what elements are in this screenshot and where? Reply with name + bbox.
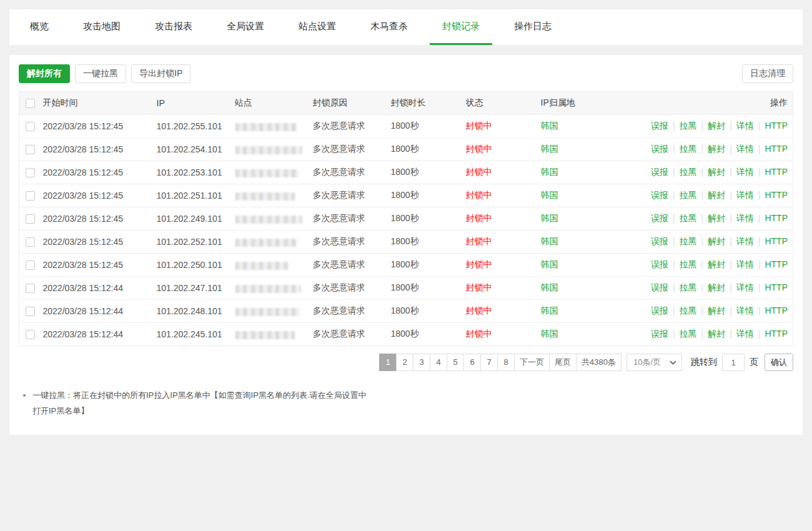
- http-link[interactable]: HTTP: [765, 329, 788, 339]
- misreport-link[interactable]: 误报: [651, 329, 668, 339]
- page-button-7[interactable]: 7: [480, 354, 498, 371]
- unblock-link[interactable]: 解封: [708, 282, 725, 292]
- http-link[interactable]: HTTP: [765, 144, 788, 154]
- http-link[interactable]: HTTP: [765, 305, 788, 315]
- row-checkbox[interactable]: [26, 168, 35, 177]
- row-checkbox[interactable]: [26, 261, 35, 270]
- misreport-link[interactable]: 误报: [651, 167, 668, 177]
- tab-站点设置[interactable]: 站点设置: [286, 9, 349, 45]
- http-link[interactable]: HTTP: [765, 121, 788, 131]
- select-all-checkbox[interactable]: [26, 99, 35, 108]
- ip-cell: 101.202.254.101: [157, 138, 235, 161]
- row-checkbox[interactable]: [26, 330, 35, 339]
- details-link[interactable]: 详情: [736, 305, 754, 315]
- row-checkbox[interactable]: [26, 237, 35, 247]
- details-link[interactable]: 详情: [736, 167, 754, 177]
- unblock-link[interactable]: 解封: [708, 190, 725, 200]
- tab-概览[interactable]: 概览: [17, 9, 61, 45]
- row-checkbox[interactable]: [26, 307, 35, 316]
- page-size-select[interactable]: 10条/页: [626, 354, 682, 371]
- misreport-link[interactable]: 误报: [651, 305, 668, 315]
- misreport-link[interactable]: 误报: [651, 190, 668, 200]
- blacklist-link[interactable]: 拉黑: [680, 236, 697, 246]
- unblock-link[interactable]: 解封: [708, 329, 725, 339]
- tab-攻击地图[interactable]: 攻击地图: [71, 9, 133, 45]
- row-checkbox[interactable]: [26, 122, 35, 131]
- tab-全局设置[interactable]: 全局设置: [214, 9, 277, 45]
- next-page-button[interactable]: 下一页: [514, 354, 550, 371]
- http-link[interactable]: HTTP: [765, 213, 788, 223]
- details-link[interactable]: 详情: [736, 144, 754, 154]
- unblock-link[interactable]: 解封: [708, 167, 725, 177]
- unblock-link[interactable]: 解封: [708, 305, 725, 315]
- chevron-down-icon: [670, 360, 676, 365]
- misreport-link[interactable]: 误报: [651, 236, 668, 246]
- unblock-link[interactable]: 解封: [708, 259, 725, 269]
- page-button-5[interactable]: 5: [447, 354, 464, 371]
- unblock-all-button[interactable]: 解封所有: [19, 64, 70, 83]
- page-button-8[interactable]: 8: [497, 354, 515, 371]
- http-link[interactable]: HTTP: [765, 167, 788, 177]
- site-cell: [235, 161, 313, 184]
- unblock-link[interactable]: 解封: [708, 121, 725, 131]
- unblock-link[interactable]: 解封: [708, 236, 725, 246]
- tab-操作日志[interactable]: 操作日志: [502, 9, 564, 45]
- blacklist-link[interactable]: 拉黑: [680, 121, 697, 131]
- ip-cell: 101.202.248.101: [157, 300, 235, 323]
- page-button-4[interactable]: 4: [430, 354, 447, 371]
- page-button-2[interactable]: 2: [396, 354, 413, 371]
- blacklist-link[interactable]: 拉黑: [680, 213, 697, 223]
- blacklist-link[interactable]: 拉黑: [680, 282, 697, 292]
- misreport-link[interactable]: 误报: [651, 121, 668, 131]
- block-reason-cell: 多次恶意请求: [313, 231, 391, 254]
- tab-攻击报表[interactable]: 攻击报表: [142, 9, 205, 45]
- block-reason-cell: 多次恶意请求: [313, 277, 391, 300]
- unblock-link[interactable]: 解封: [708, 213, 725, 223]
- column-header: 开始时间: [43, 92, 157, 115]
- details-link[interactable]: 详情: [736, 121, 754, 131]
- misreport-link[interactable]: 误报: [651, 213, 668, 223]
- page-button-3[interactable]: 3: [413, 354, 430, 371]
- http-link[interactable]: HTTP: [765, 190, 788, 200]
- last-page-button[interactable]: 尾页: [549, 354, 577, 371]
- http-link[interactable]: HTTP: [765, 259, 788, 269]
- page-button-1[interactable]: 1: [379, 354, 397, 371]
- http-link[interactable]: HTTP: [765, 282, 788, 292]
- blacklist-link[interactable]: 拉黑: [680, 305, 697, 315]
- details-link[interactable]: 详情: [736, 329, 754, 339]
- blacklist-link[interactable]: 拉黑: [680, 167, 697, 177]
- row-checkbox[interactable]: [26, 284, 35, 293]
- log-clean-button[interactable]: 日志清理: [742, 64, 793, 83]
- tab-封锁记录[interactable]: 封锁记录: [430, 9, 492, 45]
- details-link[interactable]: 详情: [736, 190, 754, 200]
- misreport-link[interactable]: 误报: [651, 259, 668, 269]
- details-link[interactable]: 详情: [736, 259, 754, 269]
- http-link[interactable]: HTTP: [765, 236, 788, 246]
- ip-cell: 101.202.247.101: [157, 277, 235, 300]
- jump-page-input[interactable]: [722, 354, 745, 371]
- status-cell: 封锁中: [466, 300, 541, 323]
- action-separator: |: [758, 213, 761, 223]
- details-link[interactable]: 详情: [736, 282, 754, 292]
- site-blurred-mask: [235, 169, 299, 177]
- misreport-link[interactable]: 误报: [651, 282, 668, 292]
- details-link[interactable]: 详情: [736, 213, 754, 223]
- actions-cell: 误报|拉黑|解封|详情|HTTP: [647, 207, 793, 231]
- top-tab-bar: 概览攻击地图攻击报表全局设置站点设置木马查杀封锁记录操作日志: [9, 9, 803, 45]
- row-checkbox[interactable]: [26, 145, 35, 154]
- misreport-link[interactable]: 误报: [651, 144, 668, 154]
- blacklist-link[interactable]: 拉黑: [680, 190, 697, 200]
- page-button-6[interactable]: 6: [463, 354, 481, 371]
- confirm-button[interactable]: 确认: [765, 354, 793, 371]
- unblock-link[interactable]: 解封: [708, 144, 725, 154]
- table-row: 2022/03/28 15:12:45101.202.254.101多次恶意请求…: [19, 138, 793, 161]
- tab-木马查杀[interactable]: 木马查杀: [358, 9, 420, 45]
- blacklist-all-button[interactable]: 一键拉黑: [75, 64, 126, 83]
- details-link[interactable]: 详情: [736, 236, 754, 246]
- row-checkbox[interactable]: [26, 191, 35, 201]
- export-blocked-ip-button[interactable]: 导出封锁IP: [131, 64, 191, 83]
- blacklist-link[interactable]: 拉黑: [680, 259, 697, 269]
- blacklist-link[interactable]: 拉黑: [680, 144, 697, 154]
- row-checkbox[interactable]: [26, 214, 35, 224]
- blacklist-link[interactable]: 拉黑: [680, 329, 697, 339]
